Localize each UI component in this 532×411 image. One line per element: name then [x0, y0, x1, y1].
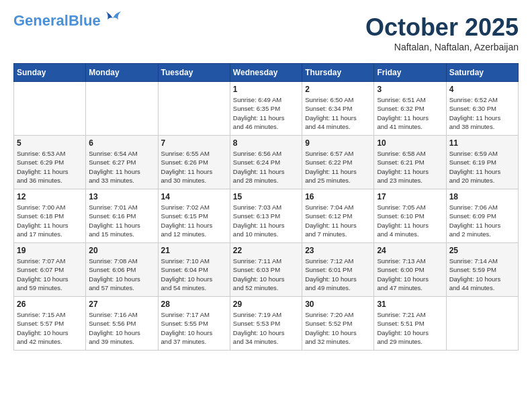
calendar-day-cell — [446, 297, 518, 351]
calendar-day-cell: 4Sunrise: 6:52 AM Sunset: 6:30 PM Daylig… — [446, 82, 518, 136]
calendar-day-cell: 28Sunrise: 7:17 AM Sunset: 5:55 PM Dayli… — [158, 297, 230, 351]
day-info: Sunrise: 7:13 AM Sunset: 6:00 PM Dayligh… — [377, 257, 443, 292]
day-info: Sunrise: 7:15 AM Sunset: 5:57 PM Dayligh… — [17, 310, 83, 346]
day-of-week-header: Thursday — [302, 64, 374, 82]
day-number: 6 — [89, 138, 154, 148]
day-number: 13 — [89, 192, 154, 201]
calendar-day-cell: 30Sunrise: 7:20 AM Sunset: 5:52 PM Dayli… — [302, 297, 374, 351]
calendar-week-row: 5Sunrise: 6:53 AM Sunset: 6:29 PM Daylig… — [14, 136, 519, 189]
title-block: October 2025 Naftalan, Naftalan, Azerbai… — [365, 13, 519, 52]
month-title: October 2025 — [365, 13, 519, 42]
days-header-row: SundayMondayTuesdayWednesdayThursdayFrid… — [14, 64, 519, 82]
day-number: 5 — [17, 138, 83, 148]
calendar-day-cell: 5Sunrise: 6:53 AM Sunset: 6:29 PM Daylig… — [14, 136, 86, 189]
day-number: 30 — [305, 300, 371, 309]
day-info: Sunrise: 6:56 AM Sunset: 6:24 PM Dayligh… — [233, 149, 299, 185]
calendar-day-cell: 23Sunrise: 7:12 AM Sunset: 6:01 PM Dayli… — [302, 243, 374, 297]
day-info: Sunrise: 7:05 AM Sunset: 6:10 PM Dayligh… — [377, 203, 443, 238]
calendar-day-cell: 13Sunrise: 7:01 AM Sunset: 6:16 PM Dayli… — [86, 189, 158, 243]
day-number: 18 — [449, 192, 515, 201]
calendar-day-cell: 17Sunrise: 7:05 AM Sunset: 6:10 PM Dayli… — [374, 189, 446, 243]
day-info: Sunrise: 6:53 AM Sunset: 6:29 PM Dayligh… — [17, 149, 83, 185]
day-number: 16 — [305, 192, 371, 201]
day-info: Sunrise: 7:00 AM Sunset: 6:18 PM Dayligh… — [17, 203, 83, 238]
day-info: Sunrise: 7:03 AM Sunset: 6:13 PM Dayligh… — [233, 203, 299, 238]
day-info: Sunrise: 6:59 AM Sunset: 6:19 PM Dayligh… — [449, 149, 515, 185]
calendar-day-cell: 24Sunrise: 7:13 AM Sunset: 6:00 PM Dayli… — [374, 243, 446, 297]
calendar-day-cell: 9Sunrise: 6:57 AM Sunset: 6:22 PM Daylig… — [302, 136, 374, 189]
calendar-day-cell: 15Sunrise: 7:03 AM Sunset: 6:13 PM Dayli… — [230, 189, 302, 243]
day-number: 24 — [377, 246, 443, 255]
calendar-week-row: 1Sunrise: 6:49 AM Sunset: 6:35 PM Daylig… — [14, 82, 519, 136]
day-number: 3 — [377, 85, 443, 94]
day-number: 28 — [161, 300, 227, 309]
logo: GeneralBlue — [13, 13, 122, 30]
day-info: Sunrise: 6:54 AM Sunset: 6:27 PM Dayligh… — [89, 149, 154, 185]
calendar-week-row: 26Sunrise: 7:15 AM Sunset: 5:57 PM Dayli… — [14, 297, 519, 351]
logo-bird-icon — [103, 11, 122, 25]
day-info: Sunrise: 7:08 AM Sunset: 6:06 PM Dayligh… — [89, 257, 154, 292]
day-of-week-header: Monday — [86, 64, 158, 82]
calendar-day-cell — [86, 82, 158, 136]
day-of-week-header: Saturday — [446, 64, 518, 82]
day-info: Sunrise: 6:58 AM Sunset: 6:21 PM Dayligh… — [377, 149, 443, 185]
day-info: Sunrise: 7:14 AM Sunset: 5:59 PM Dayligh… — [449, 257, 515, 292]
day-info: Sunrise: 7:21 AM Sunset: 5:51 PM Dayligh… — [377, 310, 443, 346]
calendar-day-cell: 12Sunrise: 7:00 AM Sunset: 6:18 PM Dayli… — [14, 189, 86, 243]
day-number: 2 — [305, 85, 371, 94]
day-number: 17 — [377, 192, 443, 201]
calendar-week-row: 19Sunrise: 7:07 AM Sunset: 6:07 PM Dayli… — [14, 243, 519, 297]
day-of-week-header: Sunday — [14, 64, 86, 82]
day-number: 1 — [233, 85, 299, 94]
logo-text: GeneralBlue — [13, 13, 101, 28]
location: Naftalan, Naftalan, Azerbaijan — [365, 42, 519, 52]
calendar-day-cell: 16Sunrise: 7:04 AM Sunset: 6:12 PM Dayli… — [302, 189, 374, 243]
day-info: Sunrise: 7:19 AM Sunset: 5:53 PM Dayligh… — [233, 310, 299, 346]
day-info: Sunrise: 7:16 AM Sunset: 5:56 PM Dayligh… — [89, 310, 154, 346]
calendar-day-cell: 21Sunrise: 7:10 AM Sunset: 6:04 PM Dayli… — [158, 243, 230, 297]
calendar-day-cell: 6Sunrise: 6:54 AM Sunset: 6:27 PM Daylig… — [86, 136, 158, 189]
day-number: 25 — [449, 246, 515, 255]
calendar-day-cell: 22Sunrise: 7:11 AM Sunset: 6:03 PM Dayli… — [230, 243, 302, 297]
day-number: 26 — [17, 300, 83, 309]
day-number: 20 — [89, 246, 154, 255]
day-number: 12 — [17, 192, 83, 201]
calendar-day-cell: 19Sunrise: 7:07 AM Sunset: 6:07 PM Dayli… — [14, 243, 86, 297]
page-header: GeneralBlue October 2025 Naftalan, Nafta… — [13, 13, 519, 52]
day-info: Sunrise: 6:52 AM Sunset: 6:30 PM Dayligh… — [449, 95, 515, 131]
day-number: 27 — [89, 300, 154, 309]
calendar-day-cell: 10Sunrise: 6:58 AM Sunset: 6:21 PM Dayli… — [374, 136, 446, 189]
calendar-day-cell: 26Sunrise: 7:15 AM Sunset: 5:57 PM Dayli… — [14, 297, 86, 351]
day-number: 23 — [305, 246, 371, 255]
day-number: 15 — [233, 192, 299, 201]
day-number: 4 — [449, 85, 515, 94]
day-info: Sunrise: 7:02 AM Sunset: 6:15 PM Dayligh… — [161, 203, 227, 238]
day-info: Sunrise: 7:20 AM Sunset: 5:52 PM Dayligh… — [305, 310, 371, 346]
day-number: 9 — [305, 138, 371, 148]
calendar-day-cell: 27Sunrise: 7:16 AM Sunset: 5:56 PM Dayli… — [86, 297, 158, 351]
calendar-day-cell: 14Sunrise: 7:02 AM Sunset: 6:15 PM Dayli… — [158, 189, 230, 243]
day-info: Sunrise: 6:51 AM Sunset: 6:32 PM Dayligh… — [377, 95, 443, 131]
calendar-day-cell: 31Sunrise: 7:21 AM Sunset: 5:51 PM Dayli… — [374, 297, 446, 351]
day-info: Sunrise: 7:04 AM Sunset: 6:12 PM Dayligh… — [305, 203, 371, 238]
day-number: 8 — [233, 138, 299, 148]
day-info: Sunrise: 6:57 AM Sunset: 6:22 PM Dayligh… — [305, 149, 371, 185]
calendar-day-cell: 25Sunrise: 7:14 AM Sunset: 5:59 PM Dayli… — [446, 243, 518, 297]
day-of-week-header: Friday — [374, 64, 446, 82]
calendar-day-cell: 1Sunrise: 6:49 AM Sunset: 6:35 PM Daylig… — [230, 82, 302, 136]
day-info: Sunrise: 7:01 AM Sunset: 6:16 PM Dayligh… — [89, 203, 154, 238]
calendar-table: SundayMondayTuesdayWednesdayThursdayFrid… — [13, 63, 519, 351]
day-info: Sunrise: 7:17 AM Sunset: 5:55 PM Dayligh… — [161, 310, 227, 346]
day-of-week-header: Tuesday — [158, 64, 230, 82]
day-info: Sunrise: 6:49 AM Sunset: 6:35 PM Dayligh… — [233, 95, 299, 131]
day-number: 11 — [449, 138, 515, 148]
day-info: Sunrise: 7:07 AM Sunset: 6:07 PM Dayligh… — [17, 257, 83, 292]
day-info: Sunrise: 7:10 AM Sunset: 6:04 PM Dayligh… — [161, 257, 227, 292]
calendar-day-cell: 20Sunrise: 7:08 AM Sunset: 6:06 PM Dayli… — [86, 243, 158, 297]
day-number: 7 — [161, 138, 227, 148]
calendar-day-cell: 8Sunrise: 6:56 AM Sunset: 6:24 PM Daylig… — [230, 136, 302, 189]
calendar-day-cell: 18Sunrise: 7:06 AM Sunset: 6:09 PM Dayli… — [446, 189, 518, 243]
day-number: 31 — [377, 300, 443, 309]
day-info: Sunrise: 6:55 AM Sunset: 6:26 PM Dayligh… — [161, 149, 227, 185]
day-number: 22 — [233, 246, 299, 255]
